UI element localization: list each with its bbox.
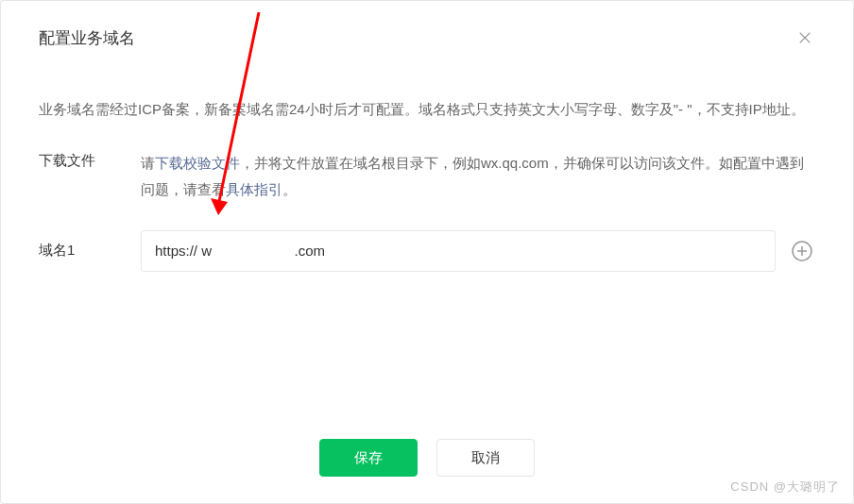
save-button[interactable]: 保存 bbox=[319, 439, 418, 477]
modal-title: 配置业务域名 bbox=[39, 27, 135, 49]
config-domain-modal: 配置业务域名 业务域名需经过ICP备案，新备案域名需24小时后才可配置。域名格式… bbox=[0, 0, 854, 504]
modal-header: 配置业务域名 bbox=[1, 1, 853, 59]
guide-link[interactable]: 具体指引 bbox=[226, 181, 282, 197]
download-text-before: 请 bbox=[141, 155, 155, 171]
domain-input[interactable] bbox=[141, 230, 776, 272]
description-text: 业务域名需经过ICP备案，新备案域名需24小时后才可配置。域名格式只支持英文大小… bbox=[39, 96, 815, 124]
download-row: 下载文件 请下载校验文件，并将文件放置在域名根目录下，例如wx.qq.com，并… bbox=[39, 150, 815, 204]
download-text-end: 。 bbox=[282, 181, 297, 197]
download-label: 下载文件 bbox=[39, 150, 141, 170]
watermark-text: CSDN @大璐明了 bbox=[730, 479, 840, 496]
domain-row: 域名1 bbox=[39, 230, 815, 272]
close-icon[interactable] bbox=[794, 27, 815, 48]
domain-label: 域名1 bbox=[39, 242, 141, 260]
add-domain-button[interactable] bbox=[789, 238, 815, 264]
cancel-button[interactable]: 取消 bbox=[436, 439, 535, 477]
modal-footer: 保存 取消 bbox=[1, 439, 853, 477]
download-verify-link[interactable]: 下载校验文件 bbox=[155, 155, 240, 171]
download-content: 请下载校验文件，并将文件放置在域名根目录下，例如wx.qq.com，并确保可以访… bbox=[141, 150, 815, 204]
modal-body: 业务域名需经过ICP备案，新备案域名需24小时后才可配置。域名格式只支持英文大小… bbox=[1, 59, 853, 291]
